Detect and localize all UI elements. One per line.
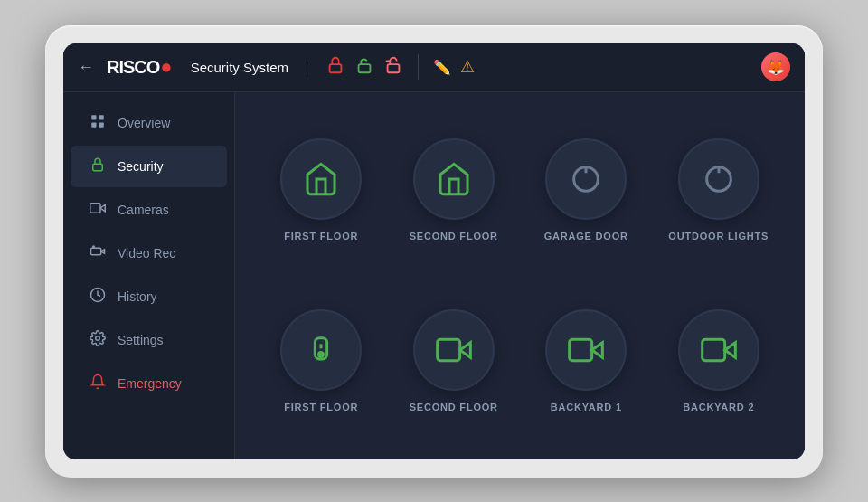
device-circle-second-floor-cam <box>413 309 495 391</box>
svg-rect-9 <box>90 203 100 213</box>
device-outdoor-lights[interactable]: OUTDOOR LIGHTS <box>662 114 777 267</box>
svg-point-11 <box>93 246 95 248</box>
header-right-icons: 🦊 <box>761 52 790 81</box>
grid-icon <box>89 113 107 133</box>
header: ← RISCO ● Security System <box>63 43 805 92</box>
device-second-floor[interactable]: SECOND FLOOR <box>397 114 512 267</box>
device-label-first-floor: FIRST FLOOR <box>284 231 358 242</box>
device-label-second-floor: SECOND FLOOR <box>410 231 498 242</box>
lock-open-icon[interactable] <box>383 55 403 80</box>
svg-rect-21 <box>437 339 459 360</box>
user-avatar[interactable]: 🦊 <box>761 52 790 81</box>
sidebar-item-cameras[interactable]: Cameras <box>71 189 227 231</box>
device-circle-first-floor <box>280 138 362 220</box>
svg-rect-7 <box>99 122 104 127</box>
svg-rect-1 <box>359 64 371 72</box>
svg-rect-23 <box>702 339 724 360</box>
svg-rect-8 <box>93 164 103 171</box>
svg-rect-0 <box>330 64 342 72</box>
history-label: History <box>118 289 157 304</box>
lock-partial-icon[interactable] <box>354 55 374 80</box>
video-rec-icon <box>89 243 107 263</box>
svg-rect-2 <box>388 64 400 72</box>
overview-label: Overview <box>118 116 170 130</box>
device-garage-door[interactable]: GARAGE DOOR <box>529 114 644 267</box>
edit-icon[interactable]: ✏️ <box>433 59 451 76</box>
sidebar-item-security[interactable]: Security <box>71 146 227 187</box>
lock-icon <box>89 156 107 176</box>
logo: RISCO ● <box>107 55 173 79</box>
sidebar-item-history[interactable]: History <box>71 276 227 317</box>
logo-dot: ● <box>160 55 172 79</box>
logo-text: RISCO <box>107 57 159 78</box>
device-circle-backyard-1 <box>545 309 627 391</box>
device-first-floor[interactable]: FIRST FLOOR <box>264 114 379 267</box>
tablet-outer: ← RISCO ● Security System <box>45 25 823 478</box>
svg-rect-10 <box>91 248 101 255</box>
device-backyard-2[interactable]: BACKYARD 2 <box>662 285 777 438</box>
clock-icon <box>89 287 107 307</box>
device-circle-outdoor-lights <box>678 138 760 220</box>
svg-point-19 <box>319 353 324 357</box>
emergency-label: Emergency <box>118 376 182 391</box>
cameras-label: Cameras <box>118 203 169 217</box>
svg-rect-22 <box>570 339 592 360</box>
sidebar-item-settings[interactable]: Settings <box>71 319 227 361</box>
device-circle-second-floor <box>413 138 495 220</box>
device-backyard-1[interactable]: BACKYARD 1 <box>529 285 644 438</box>
header-divider <box>418 54 419 80</box>
svg-point-13 <box>96 336 100 340</box>
device-label-garage-door: GARAGE DOOR <box>544 231 628 242</box>
device-circle-backyard-2 <box>678 309 760 391</box>
device-label-second-floor-cam: SECOND FLOOR <box>410 402 498 412</box>
svg-rect-6 <box>91 122 96 127</box>
tablet-screen: ← RISCO ● Security System <box>63 43 805 459</box>
device-circle-garage-door <box>545 138 627 220</box>
device-label-outdoor-lights: OUTDOOR LIGHTS <box>668 231 769 242</box>
bell-icon <box>89 374 107 393</box>
content-area: FIRST FLOOR SECOND FLOOR <box>235 92 805 459</box>
camera-icon <box>89 200 107 220</box>
header-title: Security System <box>191 60 307 75</box>
sidebar-item-video-rec[interactable]: Video Rec <box>71 232 227 274</box>
device-label-first-floor-remote: FIRST FLOOR <box>284 402 358 412</box>
device-second-floor-cam[interactable]: SECOND FLOOR <box>397 285 512 438</box>
header-lock-icons: ✏️ ⚠ <box>326 54 761 80</box>
device-first-floor-remote[interactable]: FIRST FLOOR <box>264 285 379 438</box>
back-button[interactable]: ← <box>78 58 94 77</box>
svg-rect-4 <box>91 115 96 119</box>
sidebar: Overview Security <box>63 92 235 459</box>
settings-label: Settings <box>118 333 164 347</box>
device-label-backyard-1: BACKYARD 1 <box>551 402 622 412</box>
main-content: Overview Security <box>63 92 805 459</box>
warning-icon[interactable]: ⚠ <box>460 57 475 77</box>
svg-rect-5 <box>99 115 104 119</box>
video-rec-label: Video Rec <box>118 246 175 260</box>
security-label: Security <box>118 159 164 174</box>
gear-icon <box>89 330 107 350</box>
lock-armed-icon[interactable] <box>326 55 345 80</box>
device-circle-first-floor-remote <box>280 309 362 391</box>
sidebar-item-emergency[interactable]: Emergency <box>71 363 227 404</box>
sidebar-item-overview[interactable]: Overview <box>71 102 227 144</box>
device-label-backyard-2: BACKYARD 2 <box>683 402 754 412</box>
